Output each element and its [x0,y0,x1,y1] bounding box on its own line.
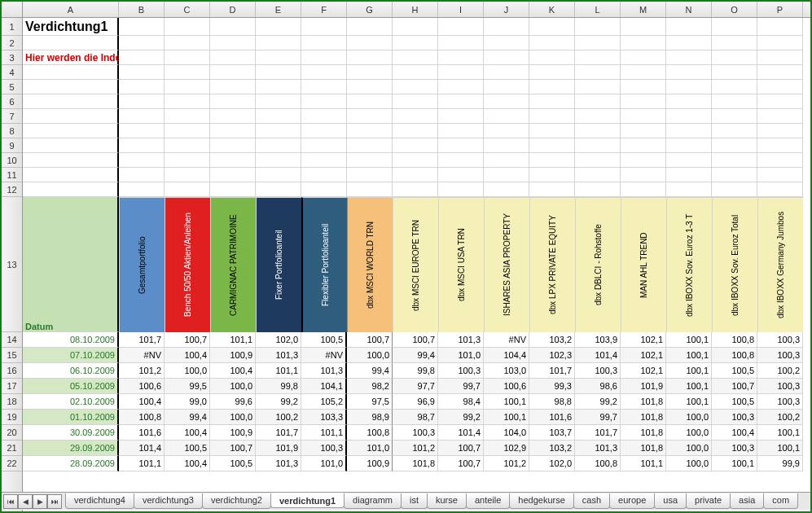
cell-B[interactable] [119,65,165,80]
cell-N[interactable] [666,124,712,138]
row-header-6[interactable]: 6 [2,94,22,109]
data-cell[interactable]: 99,2 [575,394,621,410]
sheet-tab-europe[interactable]: europe [609,493,655,509]
column-header-N[interactable]: N [666,2,712,17]
data-cell[interactable]: 102,1 [621,348,666,363]
date-cell[interactable]: 30.09.2009 [23,425,119,441]
row-header-18[interactable]: 18 [2,394,22,410]
sheet-tab-kurse[interactable]: kurse [427,493,467,509]
cell-B[interactable] [119,36,165,50]
row-header-15[interactable]: 15 [2,348,22,363]
cell-M[interactable] [621,80,666,94]
data-cell[interactable]: 102,0 [256,332,301,348]
row-header-3[interactable]: 3 [2,50,22,65]
cell-K[interactable] [529,50,575,65]
date-cell[interactable]: 01.10.2009 [23,410,119,425]
cell-O[interactable] [712,168,757,182]
cell-F[interactable] [301,109,347,124]
cell-O[interactable] [712,138,757,153]
data-cell[interactable]: 100,2 [757,363,803,379]
cell-J[interactable] [484,153,529,168]
column-title-C[interactable]: Bench 50/50 Aktien/Anleihen [165,197,210,332]
data-cell[interactable]: 101,3 [575,441,621,456]
cell-K[interactable] [529,36,575,50]
row-header-5[interactable]: 5 [2,80,22,94]
cell-M[interactable] [621,124,666,138]
data-cell[interactable]: 100,7 [393,332,438,348]
data-cell[interactable]: 103,2 [529,332,575,348]
cell-G[interactable] [347,80,393,94]
cell-I[interactable] [438,168,484,182]
cell-C[interactable] [165,36,210,50]
data-cell[interactable]: 101,1 [256,363,301,379]
cell-A[interactable] [23,182,119,197]
cell-P[interactable] [757,65,803,80]
data-cell[interactable]: 100,3 [712,410,757,425]
sheet-tab-verdichtung3[interactable]: verdichtung3 [134,493,203,509]
cell-P[interactable] [757,50,803,65]
cell-G[interactable] [347,109,393,124]
column-header-K[interactable]: K [529,2,575,17]
cell-I[interactable] [438,18,484,36]
cell-G[interactable] [347,50,393,65]
cell-B[interactable] [119,50,165,65]
cell-D[interactable] [210,182,256,197]
column-title-B[interactable]: Gesamtportfolio [119,197,165,332]
cell-I[interactable] [438,80,484,94]
cell-K[interactable] [529,94,575,109]
cell-J[interactable] [484,182,529,197]
column-header-M[interactable]: M [621,2,666,17]
column-header-B[interactable]: B [119,2,165,17]
cell-L[interactable] [575,94,621,109]
data-cell[interactable]: 103,3 [301,410,347,425]
cell-K[interactable] [529,168,575,182]
data-cell[interactable]: 101,2 [119,363,165,379]
data-cell[interactable]: 100,3 [575,363,621,379]
cell-P[interactable] [757,153,803,168]
cell-F[interactable] [301,18,347,36]
row-header-17[interactable]: 17 [2,379,22,394]
cell-C[interactable] [165,124,210,138]
cell-H[interactable] [393,80,438,94]
cell-G[interactable] [347,94,393,109]
data-cell[interactable]: 101,4 [119,441,165,456]
cell-O[interactable] [712,65,757,80]
data-cell[interactable]: 101,3 [256,456,301,471]
data-cell[interactable]: 101,4 [575,348,621,363]
cell-B[interactable] [119,94,165,109]
data-cell[interactable]: 99,2 [438,410,484,425]
cell-L[interactable] [575,168,621,182]
cell-C[interactable] [165,65,210,80]
data-cell[interactable]: 103,7 [529,425,575,441]
cell-L[interactable] [575,109,621,124]
data-cell[interactable]: 100,3 [438,363,484,379]
data-cell[interactable]: 101,3 [256,348,301,363]
cell-O[interactable] [712,153,757,168]
cell-D[interactable] [210,36,256,50]
cell-D[interactable] [210,109,256,124]
cell-I[interactable] [438,182,484,197]
cell-K[interactable] [529,65,575,80]
column-header-P[interactable]: P [757,2,803,17]
cell-A[interactable] [23,80,119,94]
data-cell[interactable]: 100,7 [347,332,393,348]
row-header-14[interactable]: 14 [2,332,22,348]
cell-E[interactable] [256,138,301,153]
cell-B[interactable] [119,168,165,182]
cell-N[interactable] [666,36,712,50]
cell-L[interactable] [575,124,621,138]
data-cell[interactable]: 100,7 [438,441,484,456]
cell-K[interactable] [529,182,575,197]
data-cell[interactable]: 98,8 [529,394,575,410]
cell-J[interactable] [484,65,529,80]
cell-F[interactable] [301,65,347,80]
data-cell[interactable]: 103,9 [575,332,621,348]
cell-K[interactable] [529,80,575,94]
data-cell[interactable]: 100,9 [347,456,393,471]
cell-J[interactable] [484,168,529,182]
data-cell[interactable]: 102,1 [621,363,666,379]
subtitle-text[interactable]: Hier werden die Indexierungen der releva… [23,50,119,65]
column-header-I[interactable]: I [438,2,484,17]
date-cell[interactable]: 08.10.2009 [23,332,119,348]
cell-M[interactable] [621,182,666,197]
